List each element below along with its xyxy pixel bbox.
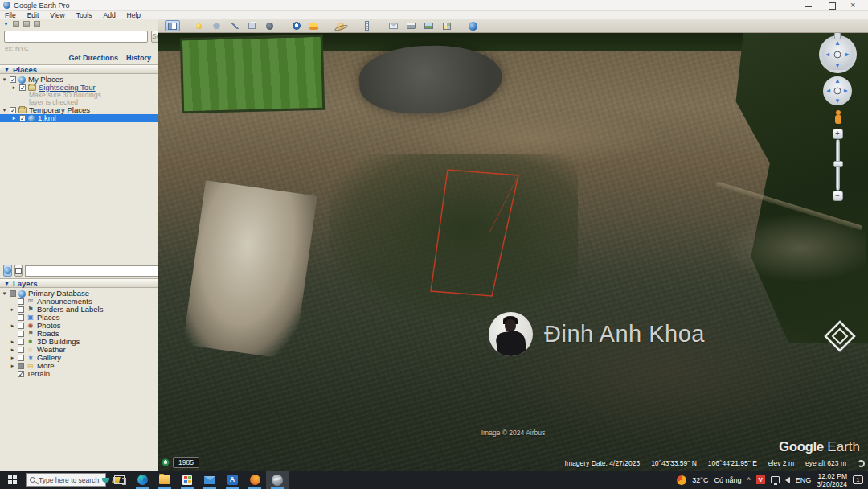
places-filter-input[interactable] (25, 265, 169, 277)
layer-item-places[interactable]: ▣ Places (0, 314, 158, 322)
checkbox-checked[interactable]: ✓ (18, 371, 24, 377)
menu-help[interactable]: Help (127, 11, 141, 19)
view-in-maps-button[interactable] (439, 20, 454, 31)
menu-file[interactable]: File (5, 11, 16, 19)
move-down-arrow[interactable]: ▼ (834, 97, 841, 105)
expander-icon[interactable]: ▸ (11, 84, 17, 92)
get-directions-link[interactable]: Get Directions (68, 54, 118, 62)
expander-icon[interactable]: ▸ (10, 338, 15, 346)
expander-icon[interactable]: ▸ (10, 346, 15, 354)
checkbox-unchecked[interactable] (18, 347, 24, 353)
minimize-button[interactable] (805, 2, 813, 9)
weather-condition[interactable]: Có nắng (714, 476, 741, 484)
search-input[interactable] (4, 31, 148, 43)
places-panel-header[interactable]: ▼ Places (0, 64, 158, 74)
tree-item-temporary-places[interactable]: ▾ ✓ Temporary Places (0, 106, 158, 114)
checkbox-unchecked[interactable] (18, 306, 24, 313)
search-places-toggle[interactable] (3, 265, 12, 277)
taskbar-app-google-earth[interactable] (266, 471, 289, 489)
taskbar-app-mail[interactable] (199, 471, 221, 489)
historical-imagery-button[interactable] (289, 20, 304, 31)
taskbar-app-file-explorer[interactable] (154, 471, 176, 489)
checkbox-partial[interactable] (18, 363, 24, 369)
layer-item-3d-buildings[interactable]: ▸ ■ 3D Buildings (0, 338, 158, 346)
task-view-button[interactable] (114, 475, 125, 484)
checkbox-unchecked[interactable] (18, 331, 24, 337)
look-joystick[interactable]: ▲ ▼ ▲ ▲ (819, 35, 857, 73)
layer-item-gallery[interactable]: ▸ ★ Gallery (0, 354, 158, 362)
taskbar-app-document[interactable]: A (221, 471, 244, 489)
expander-icon[interactable]: ▾ (2, 106, 7, 114)
look-down-arrow[interactable]: ▼ (834, 62, 841, 69)
speaker-icon[interactable] (785, 477, 790, 483)
ruler-button[interactable] (359, 20, 375, 31)
save-image-button[interactable] (421, 20, 436, 31)
add-image-overlay-button[interactable] (244, 20, 260, 31)
checkbox-checked[interactable]: ✓ (10, 76, 16, 83)
checkbox-checked[interactable]: ✓ (19, 115, 26, 121)
toggle-sidebar-button[interactable] (165, 20, 180, 31)
zoom-handle[interactable] (833, 161, 843, 167)
move-left-arrow[interactable]: ▲ (825, 88, 832, 94)
search-mode-icon[interactable] (13, 21, 19, 27)
checkbox-unchecked[interactable] (18, 314, 24, 321)
checkbox-checked[interactable]: ✓ (19, 84, 26, 91)
tree-item-1kml-selected[interactable]: ▸ ✓ 1.kml (0, 114, 158, 122)
earth-globe-button[interactable] (465, 20, 481, 31)
layer-item-photos[interactable]: ▸ ◉ Photos (0, 322, 158, 330)
expander-icon[interactable]: ▾ (2, 76, 7, 84)
sunlight-button[interactable] (306, 20, 321, 31)
map-viewport[interactable]: ▲ ▼ ▲ ▲ ▲ ▼ ▲ ▲ + − (158, 33, 868, 471)
taskbar-search-box[interactable]: Type here to search (26, 473, 106, 487)
hidden-icons-caret[interactable]: ^ (747, 476, 750, 484)
menu-add[interactable]: Add (103, 11, 115, 19)
look-left-arrow[interactable]: ▲ (824, 51, 831, 58)
add-polygon-button[interactable] (209, 20, 224, 31)
temperature-readout[interactable]: 32°C (692, 476, 708, 484)
add-path-button[interactable] (227, 20, 242, 31)
checkbox-partial[interactable] (10, 290, 16, 297)
taskbar-app-firefox[interactable] (244, 471, 266, 489)
layers-panel-header[interactable]: ▼ Layers (0, 278, 158, 288)
layer-item-weather[interactable]: ▸ ☼ Weather (0, 346, 158, 354)
expander-icon[interactable]: ▸ (11, 114, 17, 122)
layer-item-terrain[interactable]: ✓ Terrain (0, 370, 158, 378)
checkbox-unchecked[interactable] (18, 355, 24, 361)
menu-view[interactable]: View (50, 11, 64, 19)
notification-center-button[interactable]: 1 (853, 475, 863, 484)
zoom-in-button[interactable]: + (833, 129, 843, 139)
menu-edit[interactable]: Edit (27, 11, 39, 19)
layer-item-more[interactable]: ▸ ▤ More (0, 362, 158, 370)
taskbar-app-edge[interactable] (131, 471, 154, 489)
red-plot-polygon[interactable] (431, 170, 518, 296)
start-button[interactable] (0, 471, 24, 489)
move-joystick[interactable]: ▲ ▼ ▲ ▲ (823, 76, 852, 105)
look-right-arrow[interactable]: ▲ (844, 51, 851, 58)
email-button[interactable] (386, 20, 401, 31)
clock-date[interactable]: 12:02 PM 3/20/2024 (817, 472, 847, 488)
expander-icon[interactable]: ▸ (10, 354, 15, 362)
directions-mode-icon[interactable] (23, 21, 30, 27)
print-button[interactable] (403, 20, 419, 31)
zoom-track[interactable] (836, 139, 840, 191)
layer-item-borders-labels[interactable]: ▸ ⚑ Borders and Labels (0, 306, 158, 314)
taskbar-app-store[interactable] (176, 471, 199, 489)
add-placemark-button[interactable] (191, 20, 207, 31)
move-right-arrow[interactable]: ▲ (843, 88, 850, 94)
network-icon[interactable] (771, 476, 780, 483)
history-mode-icon[interactable] (34, 21, 40, 27)
history-link[interactable]: History (126, 54, 151, 62)
panel-view-toggle[interactable] (14, 265, 23, 277)
checkbox-checked[interactable]: ✓ (10, 107, 16, 113)
expander-icon[interactable]: ▾ (2, 290, 7, 298)
expander-icon[interactable]: ▸ (10, 306, 15, 314)
oldest-imagery-year[interactable]: 1985 (173, 457, 199, 468)
maximize-button[interactable] (828, 2, 836, 9)
checkbox-unchecked[interactable] (18, 323, 24, 329)
historical-imagery-chip[interactable]: 1985 (162, 457, 199, 468)
look-center-eye[interactable] (834, 51, 841, 58)
move-up-arrow[interactable]: ▲ (834, 77, 841, 84)
zoom-out-button[interactable]: − (833, 191, 843, 201)
v-app-tray-icon[interactable]: V (756, 475, 765, 484)
collapse-arrow-icon[interactable]: ▼ (3, 21, 9, 27)
